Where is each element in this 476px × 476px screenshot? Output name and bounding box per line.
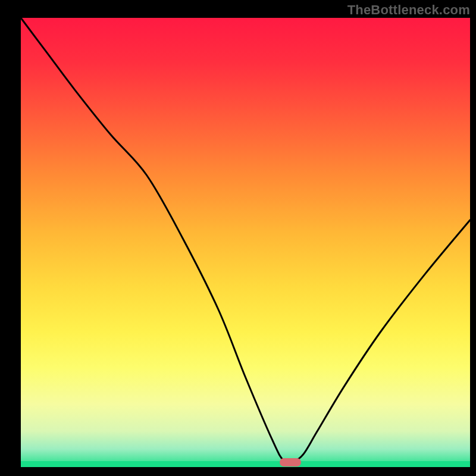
baseline-band xyxy=(21,461,470,467)
chart-frame: TheBottleneck.com xyxy=(0,0,476,476)
gradient-background xyxy=(21,18,470,467)
bottleneck-chart xyxy=(0,0,476,476)
optimal-marker xyxy=(280,458,301,466)
watermark-text: TheBottleneck.com xyxy=(347,2,470,18)
